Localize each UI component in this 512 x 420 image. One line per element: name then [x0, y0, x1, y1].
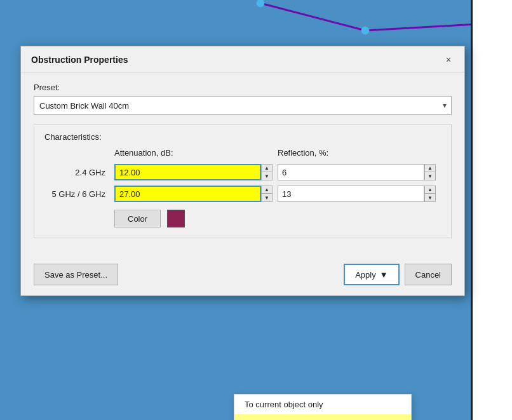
svg-point-3 — [361, 27, 369, 34]
attenuation-24ghz-input[interactable] — [114, 164, 261, 180]
attenuation-56ghz-spinbox: ▲ ▼ — [114, 186, 273, 202]
reflection-header: Reflection, %: — [278, 148, 441, 161]
reflection-24ghz-down[interactable]: ▼ — [425, 172, 435, 180]
attenuation-24ghz-spin-buttons: ▲ ▼ — [261, 164, 273, 180]
svg-point-1 — [257, 0, 264, 7]
obstruction-properties-dialog: Obstruction Properties × Preset: Custom … — [20, 46, 465, 296]
reflection-24ghz-spinbox: ▲ ▼ — [278, 164, 436, 180]
color-button[interactable]: Color — [114, 210, 161, 227]
svg-line-0 — [260, 3, 365, 30]
reflection-24ghz-input[interactable] — [278, 164, 424, 180]
attenuation-56ghz-down[interactable]: ▼ — [262, 194, 272, 201]
characteristics-label: Characteristics: — [44, 132, 441, 142]
cancel-button[interactable]: Cancel — [405, 264, 452, 285]
reflection-24ghz-spin-buttons: ▲ ▼ — [424, 164, 436, 180]
reflection-56ghz-up[interactable]: ▲ — [425, 186, 435, 194]
attenuation-56ghz-input[interactable] — [114, 186, 261, 202]
freq-label-56ghz: 5 GHz / 6 GHz — [44, 186, 114, 203]
attenuation-header: Attenuation, dB: — [114, 148, 278, 161]
save-preset-button[interactable]: Save as Preset... — [34, 264, 118, 285]
attenuation-24ghz-spinbox: ▲ ▼ — [114, 164, 273, 180]
attenuation-56ghz-up[interactable]: ▲ — [262, 186, 272, 194]
right-panel — [471, 0, 512, 420]
attenuation-24ghz-down[interactable]: ▼ — [262, 172, 272, 180]
characteristics-grid: Attenuation, dB: Reflection, %: 2.4 GHz … — [44, 148, 441, 227]
preset-label: Preset: — [34, 83, 452, 92]
dialog-footer: Save as Preset... Apply ▼ Cancel — [21, 257, 464, 295]
reflection-56ghz-input[interactable] — [278, 186, 424, 202]
dialog-title: Obstruction Properties — [31, 55, 128, 65]
dialog-close-button[interactable]: × — [441, 53, 455, 67]
color-row: Color — [114, 210, 278, 227]
apply-dropdown-menu: To current object only To all objects wi… — [234, 394, 412, 420]
apply-arrow-icon: ▼ — [380, 270, 388, 280]
reflection-56ghz-down[interactable]: ▼ — [425, 194, 435, 201]
attenuation-56ghz-spin-buttons: ▲ ▼ — [261, 186, 273, 202]
preset-dropdown[interactable]: Custom Brick Wall 40cm Brick Wall 20cm C… — [34, 96, 452, 115]
reflection-56ghz-spinbox: ▲ ▼ — [278, 186, 436, 202]
reflection-56ghz-spin-buttons: ▲ ▼ — [424, 186, 436, 202]
preset-select-wrap: Custom Brick Wall 40cm Brick Wall 20cm C… — [34, 96, 452, 115]
freq-label-24ghz: 2.4 GHz — [44, 164, 114, 181]
dialog-titlebar: Obstruction Properties × — [21, 46, 464, 72]
dialog-body: Preset: Custom Brick Wall 40cm Brick Wal… — [21, 72, 464, 257]
apply-label: Apply — [355, 270, 376, 280]
reflection-24ghz-up[interactable]: ▲ — [425, 165, 435, 172]
characteristics-section: Characteristics: Attenuation, dB: Reflec… — [34, 124, 452, 238]
attenuation-24ghz-up[interactable]: ▲ — [262, 165, 272, 172]
apply-menu-item-all-same[interactable]: To all objects with the same material — [234, 414, 411, 420]
color-swatch[interactable] — [167, 210, 185, 227]
empty-header — [44, 153, 114, 157]
apply-button[interactable]: Apply ▼ — [344, 264, 399, 285]
apply-menu-item-current[interactable]: To current object only — [234, 395, 411, 414]
